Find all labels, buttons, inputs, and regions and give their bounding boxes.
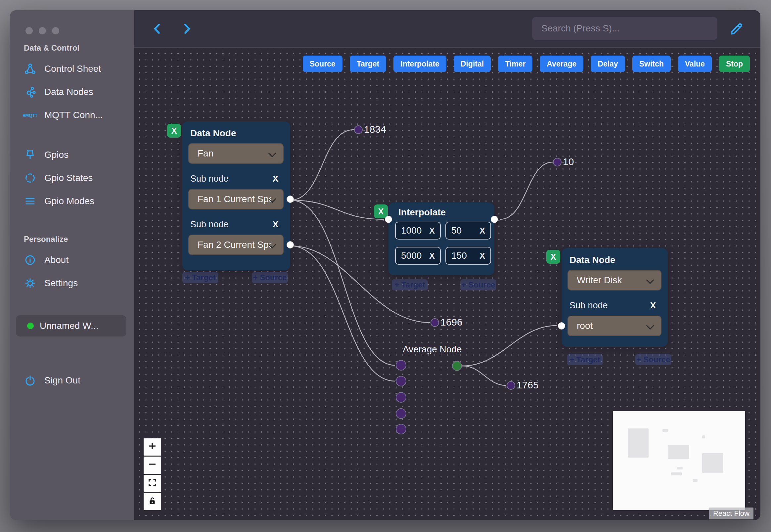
window-close-button[interactable]: [25, 27, 33, 34]
remove-subnode-button[interactable]: X: [271, 219, 280, 230]
plus-icon: [147, 441, 157, 454]
chevron-left-icon: [151, 22, 164, 35]
node-data-fan[interactable]: X Data Node Fan Sub node X Fan 1 Current…: [182, 121, 290, 270]
sidebar-item-gpios[interactable]: Gpios: [10, 143, 134, 166]
delete-node-button[interactable]: X: [374, 204, 388, 218]
back-button[interactable]: [150, 22, 165, 36]
power-icon: [24, 374, 36, 387]
add-source-button[interactable]: + Source: [252, 272, 288, 283]
sidebar-item-sign-out[interactable]: Sign Out: [10, 369, 134, 392]
pencil-icon: [729, 21, 744, 36]
minimap-node: [702, 453, 723, 473]
toolbar-button-average[interactable]: Average: [540, 56, 583, 72]
menu-lines-icon: [24, 195, 36, 207]
add-target-button[interactable]: + Target: [567, 354, 603, 365]
flow-canvas[interactable]: SourceTargetInterpolateDigitalTimerAvera…: [134, 48, 760, 520]
flow-edge[interactable]: [462, 366, 506, 385]
subnode-select[interactable]: Fan 2 Current Spe: [188, 235, 284, 255]
sidebar-item-gpio-modes[interactable]: Gpio Modes: [10, 190, 134, 213]
average-target-handle[interactable]: [396, 408, 406, 419]
node-data-writer-disk[interactable]: X Data Node Writer Disk Sub node X root: [562, 248, 668, 347]
toolbar-button-interpolate[interactable]: Interpolate: [393, 56, 446, 72]
nav-arrows: [134, 22, 194, 36]
target-handle[interactable]: [558, 322, 565, 330]
remove-subnode-button[interactable]: X: [648, 300, 658, 311]
remove-subnode-button[interactable]: X: [271, 174, 280, 184]
window-minimize-button[interactable]: [39, 27, 46, 34]
search-input[interactable]: [532, 17, 717, 40]
zoom-in-button[interactable]: [144, 438, 161, 456]
value-dot[interactable]: [507, 381, 515, 390]
sidebar-item-control-sheet[interactable]: Control Sheet: [10, 57, 134, 80]
add-source-button[interactable]: + Source: [460, 279, 496, 290]
minimap-node: [702, 435, 705, 438]
sidebar-item-settings[interactable]: Settings: [10, 272, 134, 295]
toolbar-button-switch[interactable]: Switch: [632, 56, 671, 72]
sidebar-item-label: Gpio Modes: [44, 196, 94, 206]
minimap-node: [668, 445, 689, 459]
average-target-handle[interactable]: [396, 424, 406, 434]
interpolate-value-field[interactable]: 50X: [445, 222, 491, 240]
reactflow-attribution[interactable]: React Flow: [709, 508, 753, 519]
sidebar-item-label: About: [44, 255, 68, 265]
remove-value-button[interactable]: X: [479, 226, 485, 236]
node-type-select[interactable]: Fan: [188, 143, 284, 164]
source-handle[interactable]: [287, 196, 294, 203]
flow-edge[interactable]: [462, 326, 557, 366]
window-zoom-button[interactable]: [52, 27, 59, 34]
value-text: 150: [451, 250, 467, 261]
add-source-button[interactable]: + Source: [635, 354, 671, 365]
minimap[interactable]: [613, 411, 745, 510]
forward-button[interactable]: [179, 22, 194, 36]
value-dot[interactable]: [553, 158, 562, 166]
node-type-select[interactable]: Writer Disk: [567, 270, 661, 290]
interpolate-value-field[interactable]: 5000X: [395, 247, 441, 265]
remove-value-button[interactable]: X: [429, 251, 435, 261]
flow-edge[interactable]: [500, 162, 553, 219]
value-text: 5000: [401, 250, 422, 261]
target-handle[interactable]: [385, 216, 392, 223]
add-target-button[interactable]: + Target: [392, 279, 428, 290]
node-interpolate[interactable]: X Interpolate 1000X50X5000X150X: [388, 202, 494, 275]
toolbar-button-target[interactable]: Target: [350, 56, 386, 72]
toolbar-button-digital[interactable]: Digital: [454, 56, 491, 72]
edit-button[interactable]: [729, 21, 745, 37]
lock-button[interactable]: [144, 493, 161, 510]
toolbar-button-stop[interactable]: Stop: [719, 56, 750, 72]
fit-view-button[interactable]: [144, 475, 161, 492]
delete-node-button[interactable]: X: [546, 250, 560, 264]
minus-icon: [147, 459, 157, 472]
average-target-handle[interactable]: [396, 360, 406, 371]
subnode-select[interactable]: root: [567, 316, 661, 336]
sidebar-item-data-nodes[interactable]: Data Nodes: [10, 80, 134, 104]
source-handle[interactable]: [491, 216, 498, 223]
zoom-out-button[interactable]: [144, 457, 161, 474]
subnode-select[interactable]: Fan 1 Current Spe: [188, 189, 284, 209]
interpolate-value-field[interactable]: 1000X: [395, 222, 441, 240]
remove-value-button[interactable]: X: [429, 226, 435, 236]
sidebar-item-about[interactable]: About: [10, 248, 134, 272]
remove-value-button[interactable]: X: [479, 251, 485, 261]
delete-node-button[interactable]: X: [167, 124, 181, 138]
toolbar-button-source[interactable]: Source: [303, 56, 342, 72]
flow-edge[interactable]: [290, 130, 354, 200]
value-dot[interactable]: [431, 318, 439, 327]
sidebar-item-gpio-states[interactable]: Gpio States: [10, 166, 134, 190]
chevron-down-icon: [646, 322, 654, 330]
value-dot[interactable]: [354, 125, 363, 134]
toolbar-button-value[interactable]: Value: [678, 56, 712, 72]
flow-edge[interactable]: [290, 200, 395, 365]
add-target-button[interactable]: + Target: [182, 272, 218, 283]
flow-edge[interactable]: [290, 246, 395, 381]
interpolate-value-field[interactable]: 150X: [445, 247, 491, 265]
average-target-handle[interactable]: [396, 376, 406, 386]
toolbar-button-delay[interactable]: Delay: [591, 56, 625, 72]
sidebar-item-mqtt-conn[interactable]: ■MQTTMQTT Conn...: [10, 104, 134, 127]
average-source-handle[interactable]: [452, 361, 462, 371]
average-target-handle[interactable]: [396, 392, 406, 403]
toolbar-button-timer[interactable]: Timer: [498, 56, 532, 72]
edge-value-label: 1765: [517, 379, 539, 391]
sidebar-item-workspace[interactable]: Unnamed W...: [16, 315, 126, 336]
source-handle[interactable]: [287, 241, 294, 248]
flow-edge[interactable]: [290, 200, 384, 219]
